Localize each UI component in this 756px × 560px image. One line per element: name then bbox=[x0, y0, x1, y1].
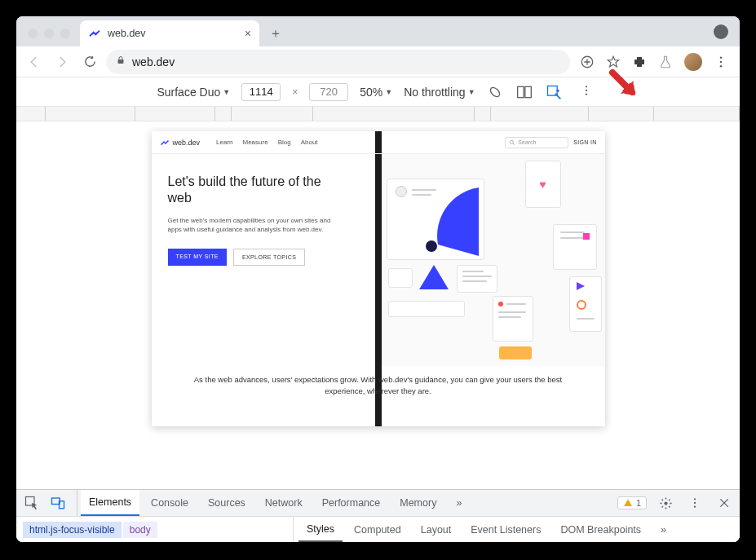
svg-rect-6 bbox=[517, 86, 524, 97]
play-icon bbox=[577, 282, 585, 290]
device-mode-icon[interactable] bbox=[47, 492, 69, 514]
throttle-select[interactable]: No throttling▼ bbox=[404, 86, 475, 99]
warnings-badge[interactable]: 1 bbox=[617, 496, 647, 509]
dimension-separator: × bbox=[292, 86, 298, 98]
toolbar-right bbox=[575, 53, 733, 71]
svg-point-4 bbox=[720, 64, 723, 67]
devtools-menu-icon[interactable] bbox=[684, 492, 705, 514]
svg-marker-16 bbox=[419, 265, 449, 289]
search-icon bbox=[509, 139, 515, 146]
chevron-down-icon: ▼ bbox=[223, 88, 230, 96]
tab-close-icon[interactable]: × bbox=[245, 27, 251, 40]
device-toolbar-right bbox=[487, 84, 562, 100]
maximize-window-dot[interactable] bbox=[60, 29, 70, 38]
subtab-dom-breakpoints[interactable]: DOM Breakpoints bbox=[552, 517, 649, 542]
tab-performance[interactable]: Performance bbox=[314, 490, 389, 516]
url-text: web.dev bbox=[132, 55, 175, 68]
search-input[interactable]: Search bbox=[505, 137, 568, 148]
svg-point-24 bbox=[694, 506, 696, 508]
svg-point-5 bbox=[489, 86, 501, 98]
search-placeholder: Search bbox=[518, 139, 536, 145]
device-toolbar: Surface Duo▼ × 50%▼ No throttling▼ bbox=[16, 77, 740, 107]
rotate-icon[interactable] bbox=[487, 84, 503, 100]
height-input[interactable] bbox=[309, 83, 348, 101]
zoom-select[interactable]: 50%▼ bbox=[360, 86, 392, 99]
nav-blog[interactable]: Blog bbox=[278, 139, 291, 146]
responsive-ruler[interactable] bbox=[16, 107, 740, 121]
rendered-page: web.dev Learn Measure Blog About Search … bbox=[152, 131, 605, 426]
nav-learn[interactable]: Learn bbox=[216, 139, 232, 146]
new-tab-button[interactable]: ＋ bbox=[264, 22, 287, 45]
svg-point-11 bbox=[585, 90, 586, 91]
devtools-settings-icon[interactable] bbox=[655, 492, 676, 514]
svg-point-2 bbox=[720, 56, 723, 59]
device-name: Surface Duo bbox=[157, 86, 220, 99]
minimize-window-dot[interactable] bbox=[44, 29, 54, 38]
browser-tab[interactable]: web.dev × bbox=[80, 20, 259, 46]
styles-subtabs: Styles Computed Layout Event Listeners D… bbox=[294, 517, 671, 542]
hero-description: Get the web's modern capabilities on you… bbox=[168, 216, 331, 234]
tab-strip: web.dev × ＋ bbox=[16, 16, 740, 46]
hero-illustration: ♥ bbox=[378, 154, 605, 366]
site-logo[interactable]: web.dev bbox=[160, 138, 201, 148]
subtabs-overflow-icon[interactable]: » bbox=[656, 524, 671, 536]
chevron-down-icon: ▼ bbox=[385, 88, 392, 96]
device-select[interactable]: Surface Duo▼ bbox=[157, 86, 230, 99]
devtools-close-icon[interactable] bbox=[714, 492, 735, 514]
devtools-panel: Elements Console Sources Network Perform… bbox=[16, 489, 740, 542]
svg-point-10 bbox=[585, 86, 586, 87]
svg-rect-0 bbox=[118, 60, 124, 64]
svg-rect-7 bbox=[524, 86, 531, 97]
breadcrumb-body[interactable]: body bbox=[123, 522, 157, 538]
toolbar: web.dev bbox=[16, 46, 740, 77]
profile-avatar[interactable] bbox=[684, 53, 702, 71]
labs-flask-icon[interactable] bbox=[658, 55, 673, 69]
dual-screen-icon[interactable] bbox=[516, 84, 533, 100]
site-brand-text: web.dev bbox=[173, 139, 201, 147]
forward-button[interactable] bbox=[51, 51, 73, 73]
subtab-styles[interactable]: Styles bbox=[298, 517, 343, 542]
profile-badge-icon[interactable] bbox=[714, 24, 728, 39]
tab-network[interactable]: Network bbox=[257, 490, 311, 516]
tab-memory[interactable]: Memory bbox=[391, 490, 444, 516]
back-button[interactable] bbox=[23, 51, 46, 73]
extensions-puzzle-icon[interactable] bbox=[632, 55, 647, 69]
svg-point-21 bbox=[664, 501, 667, 505]
nav-measure[interactable]: Measure bbox=[243, 139, 268, 146]
bookmark-star-icon[interactable] bbox=[606, 55, 621, 69]
svg-point-23 bbox=[694, 502, 696, 504]
hero-left: Let's build the future of the web Get th… bbox=[152, 154, 378, 366]
tab-favicon bbox=[88, 27, 101, 40]
tab-sources[interactable]: Sources bbox=[200, 490, 254, 516]
subtab-computed[interactable]: Computed bbox=[346, 517, 409, 542]
tabs-overflow-icon[interactable]: » bbox=[448, 490, 470, 516]
install-icon[interactable] bbox=[580, 55, 595, 69]
subtab-layout[interactable]: Layout bbox=[413, 517, 460, 542]
chrome-menu-icon[interactable] bbox=[714, 55, 728, 69]
tab-console[interactable]: Console bbox=[143, 490, 197, 516]
tab-title: web.dev bbox=[108, 28, 146, 39]
inspect-element-icon[interactable] bbox=[21, 492, 42, 514]
test-site-button[interactable]: TEST MY SITE bbox=[168, 249, 227, 266]
header-right: Search SIGN IN bbox=[505, 137, 596, 148]
svg-marker-13 bbox=[624, 84, 635, 95]
experimental-apis-icon[interactable] bbox=[546, 84, 562, 100]
width-input[interactable] bbox=[241, 83, 281, 101]
svg-point-22 bbox=[694, 498, 696, 500]
page-header: web.dev Learn Measure Blog About Search … bbox=[152, 131, 605, 154]
device-toolbar-more-icon[interactable] bbox=[580, 84, 593, 99]
breadcrumb-html[interactable]: html.js-focus-visible bbox=[23, 522, 122, 538]
hero-title: Let's build the future of the web bbox=[168, 174, 331, 206]
explore-topics-button[interactable]: EXPLORE TOPICS bbox=[233, 249, 305, 266]
nav-about[interactable]: About bbox=[301, 139, 318, 146]
signin-button[interactable]: SIGN IN bbox=[573, 139, 596, 145]
tab-elements[interactable]: Elements bbox=[81, 490, 139, 516]
devtools-tabbar: Elements Console Sources Network Perform… bbox=[16, 490, 740, 516]
hero-cta-row: TEST MY SITE EXPLORE TOPICS bbox=[168, 249, 362, 266]
close-window-dot[interactable] bbox=[28, 29, 38, 38]
reload-button[interactable] bbox=[78, 51, 101, 73]
throttle-value: No throttling bbox=[404, 86, 465, 99]
address-bar[interactable]: web.dev bbox=[106, 50, 570, 74]
subtab-event-listeners[interactable]: Event Listeners bbox=[462, 517, 549, 542]
svg-point-9 bbox=[556, 89, 559, 91]
